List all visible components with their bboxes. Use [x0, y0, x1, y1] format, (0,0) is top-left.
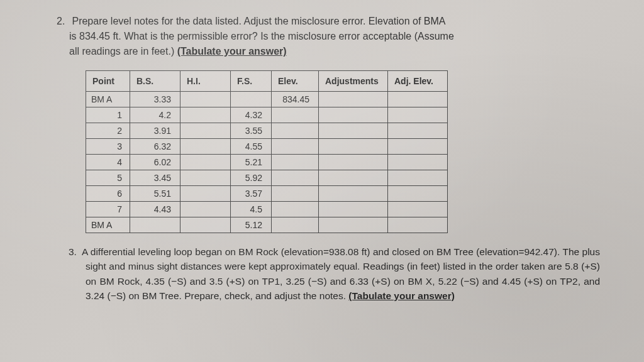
cell-hi — [180, 155, 231, 170]
cell-bs — [130, 217, 180, 233]
table-header-row: Point B.S. H.I. F.S. Elev. Adjustments A… — [86, 71, 448, 92]
header-elev: Elev. — [272, 71, 319, 92]
cell-hi — [180, 170, 231, 186]
question-2: 2. Prepare level notes for the data list… — [57, 14, 600, 59]
cell-fs: 5.92 — [231, 170, 272, 186]
question-3: 3. A differential leveling loop began on… — [57, 244, 600, 303]
cell-hi — [180, 123, 231, 139]
cell-adjustments — [319, 217, 388, 233]
question-2-line2: is 834.45 ft. What is the permissible er… — [69, 31, 454, 41]
cell-adjustments — [319, 107, 388, 123]
cell-adjustments — [319, 139, 388, 155]
header-hi: H.I. — [180, 71, 231, 92]
table-row: BM A3.33834.45 — [86, 92, 448, 107]
cell-adj-elev — [388, 155, 448, 170]
cell-bs: 3.33 — [130, 92, 180, 107]
cell-fs: 5.12 — [231, 217, 272, 233]
question-3-number: 3. — [69, 246, 77, 257]
cell-point: 5 — [86, 170, 130, 186]
cell-point: BM A — [86, 92, 130, 107]
header-adj-elev: Adj. Elev. — [388, 71, 448, 92]
cell-adj-elev — [388, 92, 448, 107]
cell-point: 6 — [86, 186, 130, 202]
cell-point: 4 — [86, 155, 130, 170]
cell-hi — [180, 202, 231, 217]
table-row: 65.513.57 — [86, 186, 448, 202]
cell-elev — [272, 217, 319, 233]
cell-adjustments — [319, 155, 388, 170]
cell-hi — [180, 107, 231, 123]
cell-elev — [272, 202, 319, 217]
cell-fs: 4.5 — [231, 202, 272, 217]
header-fs: F.S. — [231, 71, 272, 92]
header-adjustments: Adjustments — [319, 71, 388, 92]
cell-elev: 834.45 — [272, 92, 319, 107]
question-2-number: 2. — [57, 14, 69, 29]
cell-fs: 5.21 — [231, 155, 272, 170]
question-3-tabulate: (Tabulate your answer) — [348, 290, 455, 301]
cell-hi — [180, 217, 231, 233]
cell-adjustments — [319, 170, 388, 186]
cell-point: 7 — [86, 202, 130, 217]
question-2-tabulate: (Tabulate your answer) — [177, 46, 287, 57]
cell-adj-elev — [388, 186, 448, 202]
cell-adj-elev — [388, 139, 448, 155]
cell-adjustments — [319, 202, 388, 217]
question-3-body: A differential leveling loop began on BM… — [82, 246, 600, 301]
cell-adjustments — [319, 186, 388, 202]
cell-bs: 4.2 — [130, 107, 180, 123]
question-3-text: 3. A differential leveling loop began on… — [57, 244, 600, 303]
cell-adj-elev — [388, 170, 448, 186]
cell-fs: 4.55 — [231, 139, 272, 155]
cell-hi — [180, 92, 231, 107]
cell-bs: 6.02 — [130, 155, 180, 170]
table-row: BM A5.12 — [86, 217, 448, 233]
question-2-text: 2. Prepare level notes for the data list… — [57, 14, 600, 59]
cell-bs: 5.51 — [130, 186, 180, 202]
table-row: 14.24.32 — [86, 107, 448, 123]
cell-bs: 6.32 — [130, 139, 180, 155]
cell-point: BM A — [86, 217, 130, 233]
cell-fs: 3.55 — [231, 123, 272, 139]
table-row: 23.913.55 — [86, 123, 448, 139]
table-row: 53.455.92 — [86, 170, 448, 186]
cell-fs — [231, 92, 272, 107]
cell-elev — [272, 170, 319, 186]
table-row: 74.434.5 — [86, 202, 448, 217]
cell-point: 3 — [86, 139, 130, 155]
cell-elev — [272, 155, 319, 170]
cell-fs: 3.57 — [231, 186, 272, 202]
cell-adjustments — [319, 92, 388, 107]
cell-adj-elev — [388, 217, 448, 233]
question-2-line1: Prepare level notes for the data listed.… — [72, 16, 445, 26]
question-2-line3: all readings are in feet.) — [69, 46, 177, 57]
table-row: 36.324.55 — [86, 139, 448, 155]
cell-point: 1 — [86, 107, 130, 123]
header-bs: B.S. — [130, 71, 180, 92]
table-row: 46.025.21 — [86, 155, 448, 170]
cell-adjustments — [319, 123, 388, 139]
cell-bs: 3.91 — [130, 123, 180, 139]
cell-elev — [272, 186, 319, 202]
cell-elev — [272, 107, 319, 123]
cell-bs: 3.45 — [130, 170, 180, 186]
cell-hi — [180, 139, 231, 155]
header-point: Point — [86, 71, 130, 92]
cell-adj-elev — [388, 107, 448, 123]
cell-fs: 4.32 — [231, 107, 272, 123]
cell-bs: 4.43 — [130, 202, 180, 217]
cell-hi — [180, 186, 231, 202]
cell-point: 2 — [86, 123, 130, 139]
level-notes-table: Point B.S. H.I. F.S. Elev. Adjustments A… — [86, 70, 448, 233]
table-body: BM A3.33834.4514.24.3223.913.5536.324.55… — [86, 92, 448, 233]
cell-adj-elev — [388, 123, 448, 139]
cell-adj-elev — [388, 202, 448, 217]
cell-elev — [272, 139, 319, 155]
cell-elev — [272, 123, 319, 139]
